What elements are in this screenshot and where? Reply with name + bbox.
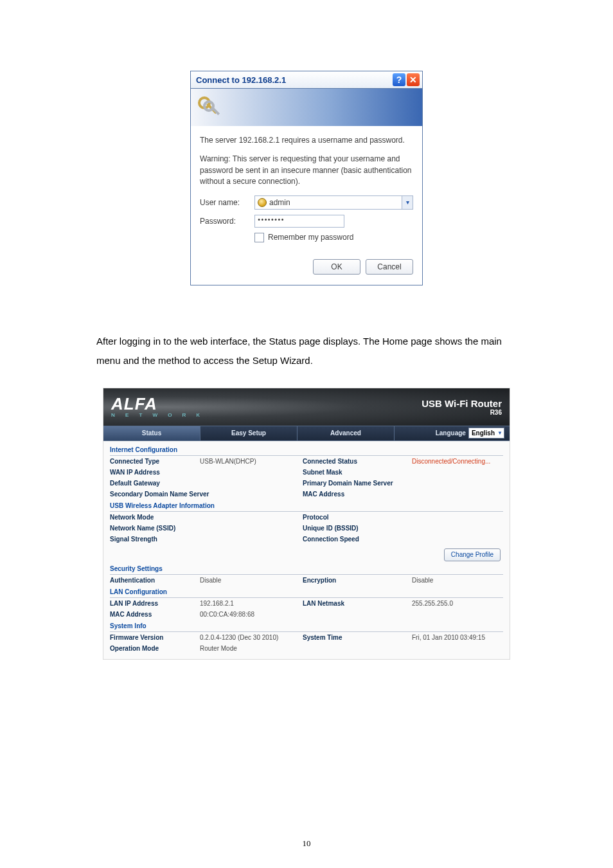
product-title: USB Wi-Fi Router	[422, 398, 502, 409]
tab-easy-setup[interactable]: Easy Setup	[200, 426, 298, 440]
lbl-wan-ip: WAN IP Address	[110, 467, 200, 478]
val-firmware: 0.2.0.4-1230 (Dec 30 2010)	[200, 632, 303, 643]
dialog-title: Connect to 192.168.2.1	[196, 75, 393, 85]
lbl-signal: Signal Strength	[110, 534, 200, 545]
close-icon[interactable]: ✕	[407, 73, 420, 86]
dialog-titlebar[interactable]: Connect to 192.168.2.1 ? ✕	[191, 71, 422, 89]
username-label: User name:	[200, 198, 254, 207]
password-label: Password:	[200, 217, 254, 226]
language-label: Language	[436, 429, 466, 437]
cancel-button[interactable]: Cancel	[366, 259, 413, 275]
section-usb-adapter: USB Wireless Adapter Information	[110, 500, 503, 512]
lbl-lan-mac: MAC Address	[110, 609, 200, 620]
username-input[interactable]: admin ▾	[254, 195, 413, 210]
password-input[interactable]: ••••••••	[254, 215, 344, 228]
lbl-lan-netmask: LAN Netmask	[303, 598, 412, 609]
lbl-primary-dns: Primary Domain Name Server	[303, 478, 412, 489]
ok-button[interactable]: OK	[313, 259, 360, 275]
val-lan-netmask: 255.255.255.0	[412, 598, 503, 609]
lbl-mac-address-wan: MAC Address	[303, 489, 412, 500]
lbl-connected-status: Connected Status	[303, 456, 412, 467]
lbl-connected-type: Connected Type	[110, 456, 200, 467]
val-op-mode: Router Mode	[200, 643, 303, 654]
server-message: The server 192.168.2.1 requires a userna…	[200, 135, 413, 146]
val-connected-type: USB-WLAN(DHCP)	[200, 456, 303, 467]
product-model: R36	[422, 409, 502, 416]
lbl-protocol: Protocol	[303, 512, 412, 523]
section-internet-config: Internet Configuration	[110, 444, 503, 456]
lbl-default-gateway: Default Gateway	[110, 478, 200, 489]
lbl-ssid: Network Name (SSID)	[110, 523, 200, 534]
val-auth: Disable	[200, 575, 303, 586]
username-value: admin	[269, 198, 290, 207]
lbl-firmware: Firmware Version	[110, 632, 200, 643]
keys-icon	[196, 95, 222, 120]
lbl-auth: Authentication	[110, 575, 200, 586]
lbl-op-mode: Operation Mode	[110, 643, 200, 654]
tab-status[interactable]: Status	[103, 426, 200, 440]
chevron-down-icon[interactable]: ▾	[402, 196, 413, 209]
page-number: 10	[0, 838, 613, 849]
tab-bar: Status Easy Setup Advanced Language Engl…	[103, 426, 510, 441]
section-system: System Info	[110, 620, 503, 632]
val-connected-status: Disconnected/Connecting...	[412, 456, 503, 467]
lbl-network-mode: Network Mode	[110, 512, 200, 523]
warning-message: Warning: This server is requesting that …	[200, 154, 413, 187]
lbl-lan-ip: LAN IP Address	[110, 598, 200, 609]
lbl-bssid: Unique ID (BSSID)	[303, 523, 412, 534]
section-lan: LAN Configuration	[110, 586, 503, 598]
auth-dialog: Connect to 192.168.2.1 ? ✕ The server 19…	[190, 71, 423, 285]
val-lan-mac: 00:C0:CA:49:88:68	[200, 609, 303, 620]
lbl-subnet-mask: Subnet Mask	[303, 467, 412, 478]
body-text: After logging in to the web interface, t…	[96, 332, 517, 370]
lbl-system-time: System Time	[303, 632, 412, 643]
help-icon[interactable]: ?	[393, 73, 405, 86]
dialog-banner	[191, 89, 422, 126]
val-encryption: Disable	[412, 575, 503, 586]
user-icon	[258, 198, 267, 207]
val-lan-ip: 192.168.2.1	[200, 598, 303, 609]
tab-advanced[interactable]: Advanced	[298, 426, 395, 440]
section-security: Security Settings	[110, 563, 503, 575]
lbl-secondary-dns: Secondary Domain Name Server	[110, 489, 303, 500]
brand-logo: ALFA N E T W O R K	[111, 395, 204, 418]
router-header: ALFA N E T W O R K USB Wi-Fi Router R36	[103, 388, 510, 426]
remember-checkbox[interactable]	[254, 233, 264, 242]
remember-label: Remember my password	[268, 233, 353, 242]
lbl-encryption: Encryption	[303, 575, 412, 586]
change-profile-button[interactable]: Change Profile	[444, 548, 501, 561]
language-select[interactable]: English	[468, 428, 504, 439]
lbl-conn-speed: Connection Speed	[303, 534, 412, 545]
val-system-time: Fri, 01 Jan 2010 03:49:15	[412, 632, 503, 643]
router-ui: ALFA N E T W O R K USB Wi-Fi Router R36 …	[103, 388, 510, 659]
